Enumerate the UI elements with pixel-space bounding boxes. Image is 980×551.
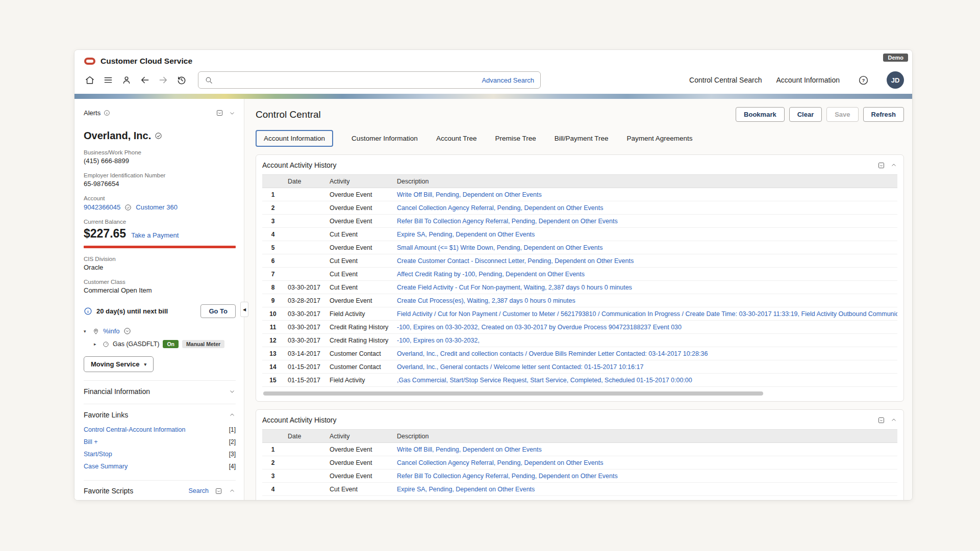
- table-row: 3Overdue EventRefer Bill To Collection A…: [262, 469, 897, 483]
- app-title: Customer Cloud Service: [100, 57, 192, 66]
- activity-description-link[interactable]: Overland, Inc., Credit and collection co…: [397, 350, 708, 357]
- tab-payment-agreements[interactable]: Payment Agreements: [627, 131, 693, 146]
- activity-description-link[interactable]: Small Amount (<= $1) Write Down, Pending…: [397, 244, 602, 251]
- history-button[interactable]: [172, 71, 191, 89]
- activity-description-link[interactable]: Expire SA, Pending, Dependent on Other E…: [397, 486, 535, 493]
- row-number: 15: [262, 374, 284, 387]
- activity-description-link[interactable]: Write Off Bill, Pending, Dependent on Ot…: [397, 191, 542, 198]
- search-icon: [205, 76, 213, 85]
- favorite-link-row: Case Summary[4]: [84, 463, 236, 470]
- cell-activity: Overdue Event: [325, 496, 393, 501]
- user-avatar[interactable]: JD: [887, 71, 904, 89]
- activity-description-link[interactable]: Write Off Bill, Pending, Dependent on Ot…: [397, 446, 542, 453]
- activity-description-link[interactable]: Small Amount (<= $1) Write Down, Pending…: [397, 499, 602, 501]
- section-title: Account Activity History: [262, 416, 337, 424]
- forward-button[interactable]: [154, 71, 172, 89]
- activity-description-link[interactable]: Cancel Collection Agency Referral, Pendi…: [397, 204, 603, 212]
- cell-activity: Cut Event: [325, 254, 393, 268]
- table-row: 1103-30-2017Credit Rating History-100, E…: [262, 321, 897, 334]
- chevron-up-icon[interactable]: [229, 411, 236, 418]
- table-row: 6Cut EventCreate Customer Contact - Disc…: [262, 254, 897, 268]
- oracle-logo-icon: [84, 58, 95, 65]
- table-row: 4Cut EventExpire SA, Pending, Dependent …: [262, 228, 897, 241]
- take-payment-link[interactable]: Take a Payment: [131, 231, 179, 239]
- activity-description-link[interactable]: Create Customer Contact - Disconnect Let…: [397, 257, 634, 265]
- sidebar: Alerts Overland, Inc. Business/Work Phon…: [74, 99, 244, 500]
- favorite-link[interactable]: Case Summary: [84, 463, 128, 470]
- help-button[interactable]: ?: [854, 71, 872, 89]
- cell-activity: Field Activity: [325, 307, 393, 321]
- service-on-badge: On: [163, 340, 179, 348]
- tab-bill-payment-tree[interactable]: Bill/Payment Tree: [555, 131, 609, 146]
- cis-division-label: CIS Division: [84, 256, 236, 262]
- account-number-link[interactable]: 9042366045: [84, 203, 120, 211]
- favorite-links-section[interactable]: Favorite Links: [84, 404, 236, 419]
- chevron-down-icon[interactable]: [229, 388, 236, 395]
- desktop-background: Demo Customer Cloud Service: [0, 0, 980, 551]
- tab-account-information[interactable]: Account Information: [256, 130, 333, 147]
- activity-description-link[interactable]: Field Activity / Cut for Non Payment / C…: [397, 310, 897, 318]
- main-panel: Control Central BookmarkClearSaveRefresh…: [244, 99, 912, 500]
- favorite-link[interactable]: Control Central-Account Information: [84, 426, 185, 433]
- premise-menu-icon[interactable]: [123, 327, 131, 335]
- favorite-link[interactable]: Bill +: [84, 438, 97, 445]
- activity-description-link[interactable]: Create Field Activity - Cut For Non-paym…: [397, 284, 632, 291]
- moving-service-button[interactable]: Moving Service ▾: [84, 356, 154, 372]
- customer-class-label: Customer Class: [84, 279, 236, 285]
- table-row: 2Overdue EventCancel Collection Agency R…: [262, 456, 897, 469]
- scrollbar-thumb[interactable]: [263, 391, 763, 396]
- cell-date: 03-30-2017: [284, 281, 325, 294]
- cell-description: Overland, Inc., General contacts / Welco…: [393, 360, 897, 374]
- sidebar-collapse-handle[interactable]: ◀: [240, 302, 248, 317]
- row-number-header: [262, 430, 284, 443]
- premise-link[interactable]: %info: [103, 327, 120, 335]
- control-central-search-link[interactable]: Control Central Search: [689, 76, 762, 84]
- tree-expand-icon[interactable]: ▾: [84, 329, 89, 334]
- chevron-up-icon[interactable]: [229, 487, 236, 494]
- activity-description-link[interactable]: Refer Bill To Collection Agency Referral…: [397, 473, 618, 480]
- tab-premise-tree[interactable]: Premise Tree: [495, 131, 536, 146]
- panel-options-icon[interactable]: [215, 487, 222, 495]
- activity-description-link[interactable]: ,Gas Commercial, Start/Stop Service Requ…: [397, 377, 692, 384]
- activity-description-link[interactable]: -100, Expires on 03-30-2032,: [397, 337, 480, 344]
- go-to-button[interactable]: Go To: [200, 304, 236, 318]
- chevron-up-icon[interactable]: [890, 416, 897, 424]
- cell-description: Small Amount (<= $1) Write Down, Pending…: [393, 496, 897, 501]
- row-number: 4: [262, 228, 284, 241]
- chevron-up-icon[interactable]: [890, 162, 897, 169]
- panel-options-icon[interactable]: [216, 109, 223, 117]
- activity-description-link[interactable]: Affect Credit Rating by -100, Pending, D…: [397, 271, 585, 278]
- customer-360-link[interactable]: Customer 360: [136, 203, 178, 211]
- activity-description-link[interactable]: Refer Bill To Collection Agency Referral…: [397, 218, 618, 225]
- account-check-icon[interactable]: [124, 204, 132, 211]
- arrow-left-icon: [140, 75, 150, 85]
- refresh-button[interactable]: Refresh: [863, 107, 904, 122]
- panel-options-icon[interactable]: [877, 416, 885, 424]
- phone-label: Business/Work Phone: [84, 149, 236, 155]
- back-button[interactable]: [136, 71, 154, 89]
- search-input[interactable]: [217, 76, 478, 84]
- tree-collapsed-icon[interactable]: ▸: [94, 342, 99, 347]
- panel-options-icon[interactable]: [877, 162, 885, 169]
- bookmark-button[interactable]: Bookmark: [736, 107, 785, 122]
- advanced-search-link[interactable]: Advanced Search: [482, 76, 534, 84]
- cell-activity: Credit Rating History: [325, 334, 393, 347]
- scripts-search-link[interactable]: Search: [188, 487, 209, 494]
- tab-customer-information[interactable]: Customer Information: [351, 131, 418, 146]
- clear-button[interactable]: Clear: [789, 107, 822, 122]
- row-number: 2: [262, 201, 284, 215]
- account-information-link[interactable]: Account Information: [776, 76, 840, 84]
- activity-description-link[interactable]: Expire SA, Pending, Dependent on Other E…: [397, 231, 535, 238]
- activity-description-link[interactable]: Overland, Inc., General contacts / Welco…: [397, 363, 643, 371]
- home-button[interactable]: [81, 71, 99, 89]
- activity-description-link[interactable]: Create Cut Process(es), Waiting, 2,387 d…: [397, 297, 575, 304]
- menu-button[interactable]: [99, 71, 117, 89]
- activity-description-link[interactable]: Cancel Collection Agency Referral, Pendi…: [397, 459, 603, 466]
- tab-account-tree[interactable]: Account Tree: [436, 131, 477, 146]
- financial-information-section[interactable]: Financial Information: [84, 380, 236, 396]
- favorite-link[interactable]: Start/Stop: [84, 451, 112, 458]
- activity-description-link[interactable]: -100, Expires on 03-30-2032, Created on …: [397, 324, 682, 331]
- card-header: Account Activity History: [262, 416, 897, 424]
- collapse-panel-chevron-icon[interactable]: [229, 110, 236, 117]
- contact-button[interactable]: [117, 71, 136, 89]
